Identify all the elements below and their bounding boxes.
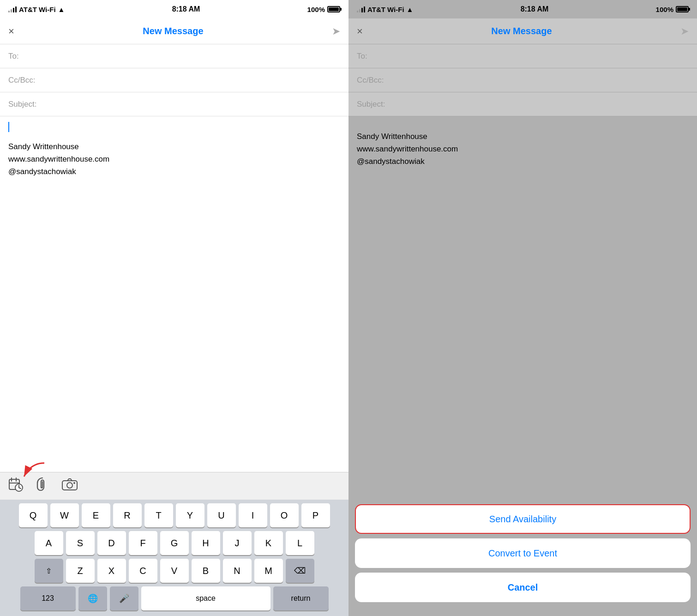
text-cursor <box>8 122 9 132</box>
right-time: 8:18 AM <box>521 5 549 13</box>
key-g[interactable]: G <box>160 531 189 555</box>
camera-icon[interactable] <box>62 478 78 494</box>
battery-icon <box>327 6 340 12</box>
right-to-label: To: <box>357 52 394 61</box>
right-phone-panel: AT&T Wi-Fi ▲ 8:18 AM 100% × New Message … <box>348 0 697 616</box>
cc-field-row[interactable]: Cc/Bcc: <box>0 68 348 92</box>
right-send-button[interactable]: ➤ <box>680 25 689 37</box>
signature-block: Sandy Writtenhouse www.sandywrittenhouse… <box>8 140 340 178</box>
subject-field-row[interactable]: Subject: <box>0 92 348 116</box>
right-signature-block: Sandy Writtenhouse www.sandywrittenhouse… <box>357 130 689 168</box>
key-d[interactable]: D <box>97 531 126 555</box>
right-subject-field-row[interactable]: Subject: <box>348 92 697 116</box>
right-subject-label: Subject: <box>357 100 394 109</box>
right-status-right: 100% <box>656 6 689 13</box>
key-v[interactable]: V <box>160 559 189 583</box>
key-shift[interactable]: ⇧ <box>35 559 63 583</box>
keyboard-row-1: Q W E R T Y U I O P <box>2 503 347 527</box>
right-signature-line1: Sandy Writtenhouse <box>357 130 689 143</box>
key-delete[interactable]: ⌫ <box>286 559 314 583</box>
subject-label: Subject: <box>8 100 45 109</box>
key-i[interactable]: I <box>239 503 267 527</box>
right-signature-line3: @sandystachowiak <box>357 155 689 168</box>
right-battery-icon <box>676 6 689 12</box>
compose-toolbar <box>0 472 348 500</box>
nav-title: New Message <box>143 26 203 36</box>
key-space[interactable]: space <box>141 586 270 610</box>
left-nav-bar: × New Message ➤ <box>0 18 348 44</box>
key-z[interactable]: Z <box>66 559 95 583</box>
attachment-icon[interactable] <box>36 477 49 495</box>
to-field-row[interactable]: To: <box>0 44 348 68</box>
key-p[interactable]: P <box>301 503 330 527</box>
key-w[interactable]: W <box>50 503 79 527</box>
key-numbers[interactable]: 123 <box>20 586 76 610</box>
right-signature-line2: www.sandywrittenhouse.com <box>357 143 689 155</box>
cc-label: Cc/Bcc: <box>8 76 45 85</box>
keyboard-row-3: ⇧ Z X C V B N M ⌫ <box>2 559 347 583</box>
key-c[interactable]: C <box>129 559 157 583</box>
right-wifi-icon: ▲ <box>407 6 414 13</box>
svg-point-9 <box>67 483 72 488</box>
key-j[interactable]: J <box>223 531 252 555</box>
key-u[interactable]: U <box>207 503 236 527</box>
keyboard-row-4: 123 🌐 🎤 space return <box>2 586 347 610</box>
right-to-field-row[interactable]: To: <box>348 44 697 68</box>
key-k[interactable]: K <box>254 531 283 555</box>
right-signal-bars-icon <box>357 6 365 12</box>
key-a[interactable]: A <box>35 531 63 555</box>
key-y[interactable]: Y <box>176 503 204 527</box>
right-compose-body: Sandy Writtenhouse www.sandywrittenhouse… <box>348 116 697 616</box>
right-carrier-label: AT&T Wi-Fi <box>367 6 404 13</box>
left-status-right: 100% <box>307 6 340 13</box>
key-r[interactable]: R <box>113 503 142 527</box>
keyboard: Q W E R T Y U I O P A S D F G H J K L ⇧ … <box>0 500 348 616</box>
compose-body[interactable]: Sandy Writtenhouse www.sandywrittenhouse… <box>0 116 348 472</box>
signature-line2: www.sandywrittenhouse.com <box>8 153 340 165</box>
key-b[interactable]: B <box>192 559 220 583</box>
left-status-bar: AT&T Wi-Fi ▲ 8:18 AM 100% <box>0 0 348 18</box>
left-status-left: AT&T Wi-Fi ▲ <box>8 6 65 13</box>
close-button[interactable]: × <box>8 25 14 37</box>
key-n[interactable]: N <box>223 559 252 583</box>
key-e[interactable]: E <box>82 503 110 527</box>
signal-bars-icon <box>8 6 17 12</box>
keyboard-row-2: A S D F G H J K L <box>2 531 347 555</box>
key-return[interactable]: return <box>273 586 329 610</box>
key-globe[interactable]: 🌐 <box>78 586 107 610</box>
key-s[interactable]: S <box>66 531 95 555</box>
convert-to-event-button[interactable]: Convert to Event <box>355 538 691 568</box>
signature-line3: @sandystachowiak <box>8 165 340 178</box>
calendar-icon[interactable] <box>8 477 23 495</box>
key-l[interactable]: L <box>286 531 314 555</box>
left-time: 8:18 AM <box>172 5 200 13</box>
key-m[interactable]: M <box>254 559 283 583</box>
to-label: To: <box>8 52 45 61</box>
key-t[interactable]: T <box>144 503 173 527</box>
battery-percent: 100% <box>307 6 325 13</box>
carrier-label: AT&T Wi-Fi <box>19 6 56 13</box>
key-o[interactable]: O <box>270 503 299 527</box>
signature-line1: Sandy Writtenhouse <box>8 140 340 153</box>
right-close-button[interactable]: × <box>357 25 363 37</box>
key-f[interactable]: F <box>129 531 157 555</box>
cancel-button[interactable]: Cancel <box>355 573 691 602</box>
send-button[interactable]: ➤ <box>332 25 340 37</box>
wifi-icon: ▲ <box>58 6 65 13</box>
right-nav-title: New Message <box>491 26 552 36</box>
send-availability-button[interactable]: Send Availability <box>355 504 691 534</box>
key-microphone[interactable]: 🎤 <box>110 586 138 610</box>
key-h[interactable]: H <box>192 531 220 555</box>
right-cc-field-row[interactable]: Cc/Bcc: <box>348 68 697 92</box>
right-cc-label: Cc/Bcc: <box>357 76 394 85</box>
right-status-left: AT&T Wi-Fi ▲ <box>357 6 413 13</box>
right-status-bar: AT&T Wi-Fi ▲ 8:18 AM 100% <box>348 0 697 18</box>
action-sheet: Send Availability Convert to Event Cance… <box>348 500 697 616</box>
key-x[interactable]: X <box>97 559 126 583</box>
right-nav-bar: × New Message ➤ <box>348 18 697 44</box>
key-q[interactable]: Q <box>19 503 48 527</box>
right-battery-percent: 100% <box>656 6 673 13</box>
left-phone-panel: AT&T Wi-Fi ▲ 8:18 AM 100% × New Message … <box>0 0 348 616</box>
svg-point-10 <box>73 482 75 484</box>
